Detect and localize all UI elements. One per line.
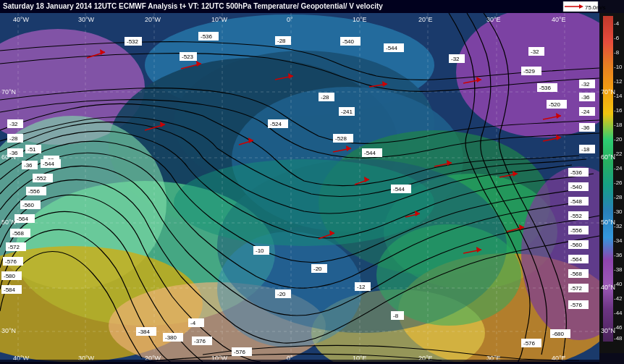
svg-text:-552: -552 bbox=[570, 213, 583, 219]
svg-text:-544: -544 bbox=[364, 150, 376, 156]
lat-label-left-70n: 70°N bbox=[1, 88, 16, 96]
lon-label-top-20w: 20°W bbox=[145, 16, 161, 23]
lat-label-70n: 70°N bbox=[601, 88, 615, 96]
svg-text:-4: -4 bbox=[190, 320, 196, 326]
svg-text:-36: -36 bbox=[9, 150, 18, 156]
svg-text:-576: -576 bbox=[523, 340, 536, 347]
svg-text:-576: -576 bbox=[234, 349, 246, 355]
lat-label-40n: 40°N bbox=[601, 284, 615, 291]
svg-text:-26: -26 bbox=[614, 179, 623, 186]
svg-text:-48: -48 bbox=[614, 335, 623, 342]
svg-text:-24: -24 bbox=[581, 109, 590, 115]
svg-text:-523: -523 bbox=[182, 54, 194, 60]
svg-text:-8: -8 bbox=[614, 49, 620, 56]
svg-text:-568: -568 bbox=[12, 230, 25, 237]
svg-text:-28: -28 bbox=[9, 135, 18, 142]
lon-label-top-30w: 30°W bbox=[78, 16, 95, 23]
svg-text:-36: -36 bbox=[614, 252, 623, 258]
svg-text:-576: -576 bbox=[5, 258, 17, 265]
svg-text:-572: -572 bbox=[8, 244, 20, 250]
svg-text:-380: -380 bbox=[165, 334, 177, 341]
svg-text:-28: -28 bbox=[321, 94, 329, 101]
lat-label-30n: 30°N bbox=[601, 327, 615, 334]
lat-label-left-30n: 30°N bbox=[1, 327, 16, 334]
svg-text:-584: -584 bbox=[4, 287, 16, 293]
svg-text:-548: -548 bbox=[570, 198, 583, 205]
svg-text:-544: -544 bbox=[393, 186, 405, 192]
map-title: Saturday 18 January 2014 12UTC ECMWF Ana… bbox=[3, 2, 383, 10]
svg-text:-580: -580 bbox=[4, 273, 16, 279]
svg-text:-36: -36 bbox=[581, 94, 590, 101]
svg-text:-36: -36 bbox=[581, 124, 590, 131]
svg-text:-532: -532 bbox=[127, 38, 139, 45]
svg-text:-536: -536 bbox=[570, 169, 583, 176]
svg-text:-32: -32 bbox=[451, 56, 460, 62]
lon-label-top-30e: 30°E bbox=[486, 16, 501, 23]
lon-label-top-10e: 10°E bbox=[353, 16, 367, 23]
svg-text:-564: -564 bbox=[17, 216, 29, 222]
svg-text:-556: -556 bbox=[28, 188, 41, 195]
svg-text:-576: -576 bbox=[570, 302, 583, 308]
svg-text:-51: -51 bbox=[28, 146, 36, 153]
lat-label-50n: 50°N bbox=[601, 219, 615, 226]
svg-point-21 bbox=[174, 159, 434, 246]
lon-label-top-40w: 40°W bbox=[13, 16, 30, 23]
svg-text:-12: -12 bbox=[357, 284, 366, 290]
svg-point-20 bbox=[376, 224, 521, 326]
svg-text:-10: -10 bbox=[256, 247, 264, 254]
svg-text:-42: -42 bbox=[614, 295, 623, 302]
svg-text:-536: -536 bbox=[201, 33, 213, 40]
svg-text:-568: -568 bbox=[570, 271, 583, 277]
svg-text:-564: -564 bbox=[570, 256, 583, 263]
svg-text:-32: -32 bbox=[531, 48, 539, 55]
lon-label-top-20e: 20°E bbox=[418, 16, 433, 23]
svg-text:-36: -36 bbox=[24, 162, 33, 169]
svg-text:-30: -30 bbox=[614, 208, 623, 215]
svg-text:-4: -4 bbox=[614, 20, 620, 27]
svg-text:-540: -540 bbox=[570, 184, 583, 190]
svg-text:-28: -28 bbox=[614, 194, 623, 200]
svg-text:-12: -12 bbox=[614, 78, 623, 85]
svg-text:75.0m/s: 75.0m/s bbox=[585, 4, 605, 11]
svg-text:-18: -18 bbox=[581, 146, 590, 153]
svg-text:-44: -44 bbox=[614, 310, 623, 316]
svg-text:-16: -16 bbox=[614, 107, 623, 114]
svg-text:-6: -6 bbox=[614, 35, 620, 41]
svg-text:-34: -34 bbox=[614, 237, 623, 244]
svg-text:-241: -241 bbox=[341, 109, 353, 115]
lat-label-60n: 60°N bbox=[601, 153, 615, 161]
svg-text:-376: -376 bbox=[194, 338, 206, 344]
svg-text:-20: -20 bbox=[313, 266, 322, 272]
svg-text:-28: -28 bbox=[277, 38, 286, 44]
weather-map-container: Saturday 18 January 2014 12UTC ECMWF Ana… bbox=[0, 0, 624, 364]
svg-rect-38 bbox=[603, 16, 613, 342]
svg-text:-8: -8 bbox=[393, 313, 399, 319]
svg-text:-560: -560 bbox=[22, 202, 35, 208]
lon-label-top-40e: 40°E bbox=[552, 16, 566, 23]
svg-text:-384: -384 bbox=[138, 329, 151, 335]
svg-text:-10: -10 bbox=[614, 64, 623, 70]
svg-text:-680: -680 bbox=[552, 331, 565, 337]
svg-text:-528: -528 bbox=[335, 135, 347, 142]
svg-text:-524: -524 bbox=[270, 121, 282, 127]
svg-text:-20: -20 bbox=[277, 291, 286, 297]
lon-label-top-10w: 10°W bbox=[211, 16, 228, 23]
svg-text:-544: -544 bbox=[43, 161, 55, 167]
map-svg: Saturday 18 January 2014 12UTC ECMWF Ana… bbox=[0, 0, 624, 364]
svg-text:-24: -24 bbox=[614, 165, 623, 172]
svg-rect-220 bbox=[0, 360, 599, 364]
svg-text:-18: -18 bbox=[614, 122, 623, 128]
svg-text:-32: -32 bbox=[9, 121, 18, 127]
svg-text:-520: -520 bbox=[549, 101, 561, 108]
lon-label-top-0: 0° bbox=[287, 16, 293, 23]
svg-text:-552: -552 bbox=[35, 175, 47, 182]
svg-text:-38: -38 bbox=[614, 266, 623, 273]
svg-text:-572: -572 bbox=[570, 285, 583, 292]
svg-text:-540: -540 bbox=[342, 38, 355, 45]
svg-text:-20: -20 bbox=[614, 136, 623, 143]
svg-text:-32: -32 bbox=[581, 81, 590, 88]
svg-text:-556: -556 bbox=[570, 227, 583, 234]
svg-text:-560: -560 bbox=[570, 242, 583, 248]
svg-text:-529: -529 bbox=[523, 68, 536, 75]
svg-text:-536: -536 bbox=[539, 85, 552, 91]
